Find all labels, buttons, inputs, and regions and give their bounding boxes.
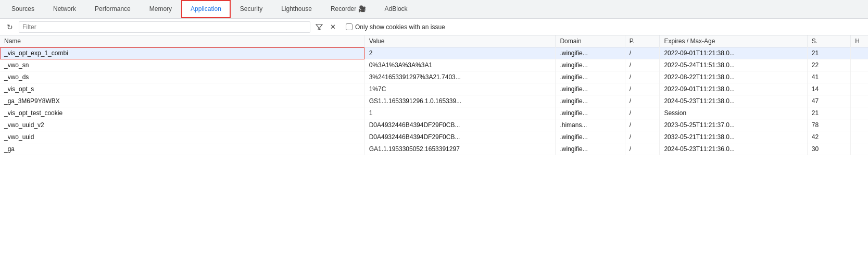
cell-path-2: / (625, 71, 660, 83)
cell-value-8: GA1.1.1953305052.1653391297 (364, 143, 556, 155)
tab-security[interactable]: Security (231, 0, 272, 18)
cookies-table-wrapper: Name Value Domain P. Expires / Max-Age S… (0, 35, 868, 273)
col-header-name[interactable]: Name (0, 35, 364, 47)
cell-domain-4: .wingifie... (556, 95, 625, 107)
cell-name-3: _vis_opt_s (0, 83, 364, 95)
cell-size-8: 30 (807, 143, 850, 155)
tab-adblock[interactable]: AdBlock (375, 0, 417, 18)
table-row[interactable]: _vwo_ds3%241653391297%3A21.7403....wingi… (0, 71, 868, 83)
cell-name-6: _vwo_uuid_v2 (0, 119, 364, 131)
cell-size-1: 22 (807, 59, 850, 71)
cell-path-4: / (625, 95, 660, 107)
cell-extra-0 (851, 47, 868, 59)
cell-size-0: 21 (807, 47, 850, 59)
table-row[interactable]: _vwo_sn0%3A1%3A%3A%3A1.wingifie.../2022-… (0, 59, 868, 71)
cell-size-7: 42 (807, 131, 850, 143)
table-row[interactable]: _vwo_uuidD0A4932446B4394DF29F0CB....wing… (0, 131, 868, 143)
cell-extra-6 (851, 119, 868, 131)
tab-lighthouse[interactable]: Lighthouse (272, 0, 321, 18)
filter-input[interactable] (19, 21, 310, 33)
cell-extra-5 (851, 107, 868, 119)
cell-value-3: 1%7C (364, 83, 556, 95)
col-header-path[interactable]: P. (625, 35, 660, 47)
cell-size-3: 14 (807, 83, 850, 95)
cell-path-8: / (625, 143, 660, 155)
cell-size-4: 47 (807, 95, 850, 107)
refresh-button[interactable]: ↻ (4, 21, 16, 33)
cell-extra-7 (851, 131, 868, 143)
cell-value-4: GS1.1.1653391296.1.0.165339... (364, 95, 556, 107)
col-header-expires[interactable]: Expires / Max-Age (660, 35, 807, 47)
cell-domain-8: .wingifie... (556, 143, 625, 155)
cell-expires-1: 2022-05-24T11:51:38.0... (660, 59, 807, 71)
cell-extra-2 (851, 71, 868, 83)
col-header-size[interactable]: S. (807, 35, 850, 47)
cell-value-6: D0A4932446B4394DF29F0CB... (364, 119, 556, 131)
cell-name-8: _ga (0, 143, 364, 155)
cell-path-6: / (625, 119, 660, 131)
cell-expires-3: 2022-09-01T11:21:38.0... (660, 83, 807, 95)
table-row[interactable]: _vis_opt_s1%7C.wingifie.../2022-09-01T11… (0, 83, 868, 95)
cell-expires-4: 2024-05-23T11:21:38.0... (660, 95, 807, 107)
cell-path-1: / (625, 59, 660, 71)
tab-recorder[interactable]: Recorder 🎥 (321, 0, 375, 18)
cell-domain-0: .wingifie... (556, 47, 625, 59)
cell-size-5: 21 (807, 107, 850, 119)
cell-size-6: 78 (807, 119, 850, 131)
cell-expires-2: 2022-08-22T11:21:38.0... (660, 71, 807, 83)
tab-network[interactable]: Network (44, 0, 85, 18)
tab-sources[interactable]: Sources (2, 0, 44, 18)
cell-path-3: / (625, 83, 660, 95)
cell-expires-7: 2032-05-21T11:21:38.0... (660, 131, 807, 143)
table-row[interactable]: _gaGA1.1.1953305052.1653391297.wingifie.… (0, 143, 868, 155)
cell-domain-2: .wingifie... (556, 71, 625, 83)
only-issue-text: Only show cookies with an issue (355, 23, 445, 31)
filter-options-button[interactable] (313, 21, 325, 33)
cell-extra-3 (851, 83, 868, 95)
cell-expires-5: Session (660, 107, 807, 119)
cell-name-4: _ga_3M6P9Y8WBX (0, 95, 364, 107)
cell-name-7: _vwo_uuid (0, 131, 364, 143)
table-row[interactable]: _vis_opt_exp_1_combi2.wingifie.../2022-0… (0, 47, 868, 59)
cell-size-2: 41 (807, 71, 850, 83)
cell-name-2: _vwo_ds (0, 71, 364, 83)
table-header-row: Name Value Domain P. Expires / Max-Age S… (0, 35, 868, 47)
cell-extra-4 (851, 95, 868, 107)
cell-value-0: 2 (364, 47, 556, 59)
tab-bar: SourcesNetworkPerformanceMemoryApplicati… (0, 0, 868, 19)
col-header-domain[interactable]: Domain (556, 35, 625, 47)
cell-domain-5: .wingifie... (556, 107, 625, 119)
cell-value-1: 0%3A1%3A%3A%3A1 (364, 59, 556, 71)
table-body: _vis_opt_exp_1_combi2.wingifie.../2022-0… (0, 47, 868, 155)
cell-expires-0: 2022-09-01T11:21:38.0... (660, 47, 807, 59)
cell-domain-6: .himans... (556, 119, 625, 131)
cell-expires-6: 2023-05-25T11:21:37.0... (660, 119, 807, 131)
toolbar-icons: ✕ (313, 21, 338, 33)
only-issue-label[interactable]: Only show cookies with an issue (346, 23, 445, 31)
table-row[interactable]: _vwo_uuid_v2D0A4932446B4394DF29F0CB....h… (0, 119, 868, 131)
tab-memory[interactable]: Memory (140, 0, 181, 18)
cookies-table: Name Value Domain P. Expires / Max-Age S… (0, 35, 868, 155)
table-row[interactable]: _vis_opt_test_cookie1.wingifie.../Sessio… (0, 107, 868, 119)
cell-value-5: 1 (364, 107, 556, 119)
tab-performance[interactable]: Performance (85, 0, 140, 18)
cell-expires-8: 2024-05-23T11:21:36.0... (660, 143, 807, 155)
cell-name-1: _vwo_sn (0, 59, 364, 71)
cell-domain-1: .wingifie... (556, 59, 625, 71)
cell-value-7: D0A4932446B4394DF29F0CB... (364, 131, 556, 143)
cell-domain-7: .wingifie... (556, 131, 625, 143)
col-header-value[interactable]: Value (364, 35, 556, 47)
cell-name-0: _vis_opt_exp_1_combi (0, 47, 364, 59)
cell-value-2: 3%241653391297%3A21.7403... (364, 71, 556, 83)
cell-domain-3: .wingifie... (556, 83, 625, 95)
clear-filter-button[interactable]: ✕ (327, 21, 338, 33)
tab-application[interactable]: Application (181, 0, 231, 18)
only-issue-checkbox[interactable] (346, 23, 353, 30)
cell-name-5: _vis_opt_test_cookie (0, 107, 364, 119)
toolbar: ↻ ✕ Only show cookies with an issue (0, 19, 868, 35)
cell-path-0: / (625, 47, 660, 59)
cell-extra-8 (851, 143, 868, 155)
cell-path-7: / (625, 131, 660, 143)
col-header-extra[interactable]: H (851, 35, 868, 47)
table-row[interactable]: _ga_3M6P9Y8WBXGS1.1.1653391296.1.0.16533… (0, 95, 868, 107)
